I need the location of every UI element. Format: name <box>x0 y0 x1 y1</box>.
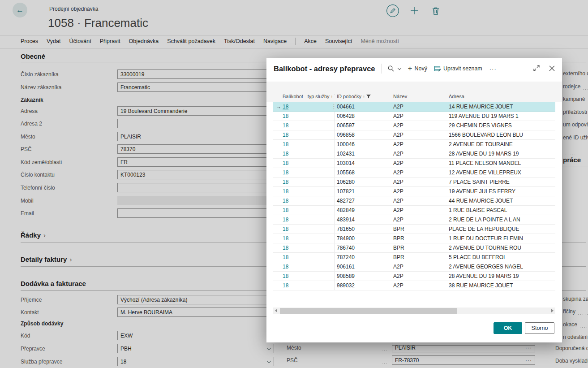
cell-address: 1566 BOULEVARD LEON BLU <box>447 130 555 139</box>
cell-name: A2P <box>391 130 447 139</box>
cell-name: A2P <box>391 262 447 271</box>
column-header-address-label: Adresa <box>449 94 464 99</box>
plus-icon: + <box>408 65 412 72</box>
table-row[interactable]: 18096858A2P1566 BOULEVARD LEON BLU <box>273 130 555 140</box>
cell-service: 18 <box>273 206 335 215</box>
cancel-button[interactable]: Storno <box>525 322 554 334</box>
cell-address: 28 AVENUE DU 19 MARS 19 <box>447 149 555 158</box>
expand-icon <box>533 65 540 71</box>
table-row[interactable]: 18102431A2P28 AVENUE DU 19 MARS 19 <box>273 149 555 159</box>
cell-service: 18 <box>273 102 335 111</box>
cell-address: 2 AVENUE DE TOURAINE <box>447 140 555 149</box>
table-row[interactable]: 18103014A2P11 PLACE NELSON MANDEL <box>273 159 555 168</box>
cell-name: BPR <box>391 234 447 243</box>
table-row[interactable]: 18100046A2P2 AVENUE DE TOURAINE <box>273 140 555 149</box>
cell-address: 44 RUE MAURICE JOUET <box>447 196 555 205</box>
table-row[interactable]: 18482727A2P44 RUE MAURICE JOUET <box>273 196 555 206</box>
new-button-label: Nový <box>414 65 427 72</box>
cell-name: A2P <box>391 272 447 281</box>
edit-list-label: Upravit seznam <box>443 65 482 72</box>
column-header-address[interactable]: Adresa <box>447 92 555 101</box>
table-row[interactable]: 18787240BPR5 PLACE DU BEFFROI <box>273 253 555 262</box>
cell-address: 29 CHEMIN DES VIGNES <box>447 121 555 130</box>
cell-address: 19 AVENUE JULES FERRY <box>447 187 555 196</box>
table-row[interactable]: 18906161A2P2 AVENUE GEORGES NAGEL <box>273 262 555 272</box>
cell-service: 18 <box>273 121 335 130</box>
cell-branch-id: 786740 <box>335 243 391 252</box>
table-row[interactable]: 18482849A2P1 RUE BLAISE PASCAL <box>273 206 555 215</box>
column-header-service-label: Balíkobot - typ služby <box>283 94 330 99</box>
cell-branch-id: 100046 <box>335 140 391 149</box>
table-row[interactable]: 18483914A2P2 RUE DE LA POINTE A L AN <box>273 215 555 225</box>
cell-branch-id: 103014 <box>335 159 391 168</box>
cell-service: 18 <box>273 149 335 158</box>
close-button[interactable] <box>549 65 555 73</box>
selected-row-arrow-icon: → <box>276 102 281 112</box>
edit-list-icon <box>434 66 441 72</box>
column-header-service[interactable]: Balíkobot - typ služby↑ <box>273 92 335 101</box>
cell-service: 18 <box>273 215 335 224</box>
table-row[interactable]: 18781650BPRPLACE DE LA REPUBLIQUE <box>273 225 555 234</box>
cell-branch-id: 004661 <box>335 102 391 111</box>
cell-name: A2P <box>391 112 447 121</box>
table-row[interactable]: 18107821A2P19 AVENUE JULES FERRY <box>273 187 555 196</box>
column-header-name-label: Název <box>393 94 407 99</box>
table-row[interactable]: 18106280A2P7 PLACE SAINT PIERRE <box>273 178 555 187</box>
cell-service: 18 <box>273 281 335 290</box>
table-row[interactable]: →···18004661A2P14 RUE MAURICE JOUET <box>273 102 555 112</box>
scroll-right-arrow-icon[interactable] <box>551 309 554 312</box>
scrollbar-thumb[interactable] <box>280 308 457 314</box>
search-button[interactable] <box>388 65 401 72</box>
column-header-name[interactable]: Název <box>391 92 447 101</box>
column-header-branch[interactable]: ID pobočky↑ <box>335 92 391 101</box>
table-row[interactable]: 18908589A2P28 AVENUE DU 19 MARS 19 <box>273 272 555 281</box>
cell-service: 18 <box>273 262 335 271</box>
table-row[interactable]: 18006597A2P29 CHEMIN DES VIGNES <box>273 121 555 130</box>
cell-branch-id: 096858 <box>335 130 391 139</box>
column-header-branch-label: ID pobočky <box>337 94 361 99</box>
table-row[interactable]: 18006428A2P119 AVENUE DU 19 MARS 1 <box>273 112 555 121</box>
scroll-left-arrow-icon[interactable] <box>275 309 277 312</box>
cell-service: 18 <box>273 159 335 168</box>
cell-address: 2 RUE DE LA POINTE A L AN <box>447 215 555 224</box>
cell-address: 7 PLACE SAINT PIERRE <box>447 178 555 186</box>
cell-service: 18 <box>273 130 335 139</box>
cell-address: 119 AVENUE DU 19 MARS 1 <box>447 112 555 121</box>
cell-name: A2P <box>391 206 447 215</box>
edit-list-button[interactable]: Upravit seznam <box>434 65 482 72</box>
cell-name: A2P <box>391 196 447 205</box>
cell-address: 14 RUE MAURICE JOUET <box>447 102 555 111</box>
horizontal-scrollbar[interactable] <box>273 307 555 314</box>
new-button[interactable]: + Nový <box>408 65 427 72</box>
cell-name: A2P <box>391 281 447 290</box>
ellipsis-icon: ··· <box>489 65 497 72</box>
cell-address: 2 AVENUE DU TOURNE ROU <box>447 243 555 252</box>
cell-branch-id: 784900 <box>335 234 391 243</box>
cell-address: 1 RUE BLAISE PASCAL <box>447 206 555 215</box>
ok-button[interactable]: OK <box>494 322 522 334</box>
cell-service: 18 <box>273 253 335 262</box>
cell-service: 18 <box>273 168 335 177</box>
cell-branch-id: 906161 <box>335 262 391 271</box>
search-icon <box>388 65 394 72</box>
sort-ascending-icon: ↑ <box>331 94 333 99</box>
table-row[interactable]: 18989032A2P38 RUE MAURICE JOUET <box>273 281 555 290</box>
cell-service: 18 <box>273 187 335 196</box>
cell-address: PLACE DE LA REPUBLIQUE <box>447 225 555 234</box>
cell-address: 11 PLACE NELSON MANDEL <box>447 159 555 168</box>
filter-icon <box>366 95 371 99</box>
table-row[interactable]: 18105568A2P12 AVENUE DE VILLEPREUX <box>273 168 555 178</box>
table-row[interactable]: 18786740BPR2 AVENUE DU TOURNE ROU <box>273 243 555 253</box>
row-kebab-icon[interactable]: ··· <box>329 104 339 111</box>
cell-address: 2 AVENUE GEORGES NAGEL <box>447 262 555 271</box>
cell-branch-id: 102431 <box>335 149 391 158</box>
table-row[interactable]: 18784900BPR1 RUE DU DOCTEUR FLEMIN <box>273 234 555 243</box>
cell-branch-id: 105568 <box>335 168 391 177</box>
cell-name: A2P <box>391 178 447 186</box>
cell-branch-id: 908589 <box>335 272 391 281</box>
cell-name: A2P <box>391 102 447 111</box>
cell-name: BPR <box>391 225 447 234</box>
expand-button[interactable] <box>533 65 540 73</box>
more-options-button[interactable]: ··· <box>489 65 497 72</box>
dialog-title: Balíkobot - adresy přepravce <box>274 65 375 73</box>
